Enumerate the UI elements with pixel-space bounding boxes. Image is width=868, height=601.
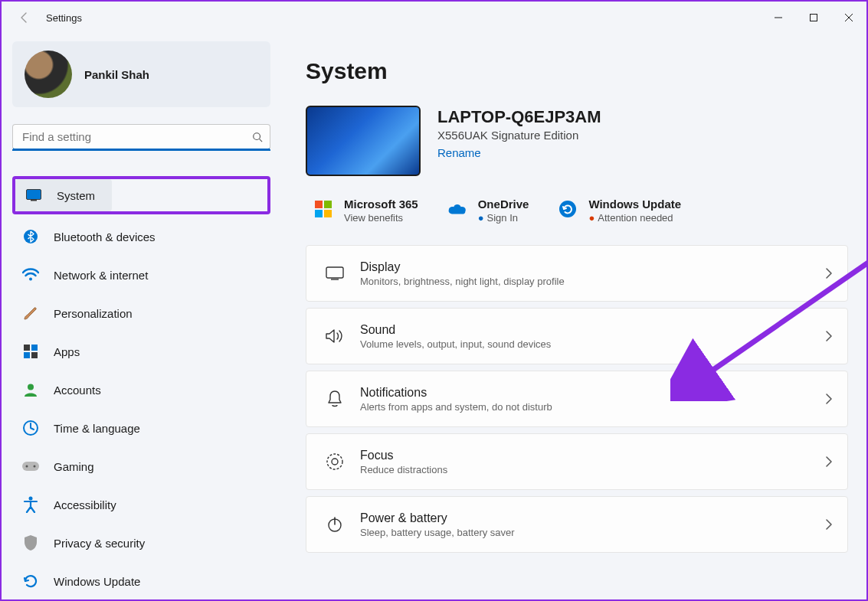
- card-notifications[interactable]: Notifications Alerts from apps and syste…: [306, 371, 848, 427]
- card-focus[interactable]: Focus Reduce distractions: [306, 433, 848, 490]
- card-title: Display: [360, 260, 825, 274]
- nav-item-personalization[interactable]: Personalization: [12, 297, 270, 329]
- card-display[interactable]: Display Monitors, brightness, night ligh…: [306, 245, 848, 302]
- nav-item-windows-update[interactable]: Windows Update: [12, 565, 270, 597]
- update-icon: [21, 572, 40, 590]
- content-area: System LAPTOP-Q6EJP3AM X556UAK Signature…: [281, 34, 866, 599]
- nav-item-bluetooth[interactable]: Bluetooth & devices: [12, 220, 270, 253]
- svg-point-4: [254, 133, 260, 140]
- card-sub: Volume levels, output, input, sound devi…: [360, 338, 825, 350]
- device-thumbnail[interactable]: [306, 106, 421, 176]
- status-title: Windows Update: [588, 198, 681, 211]
- bluetooth-icon: [21, 227, 40, 246]
- profile-name: Pankil Shah: [84, 68, 149, 81]
- search-input[interactable]: [12, 124, 270, 150]
- svg-rect-10: [24, 345, 30, 351]
- system-icon: [25, 186, 43, 204]
- device-row: LAPTOP-Q6EJP3AM X556UAK Signature Editio…: [306, 106, 848, 176]
- svg-point-19: [29, 497, 33, 501]
- nav-item-accounts[interactable]: Accounts: [12, 374, 270, 406]
- back-button[interactable]: [17, 10, 32, 25]
- accessibility-icon: [21, 495, 40, 514]
- window-controls: [761, 2, 866, 34]
- status-onedrive[interactable]: OneDrive ●Sign In: [447, 198, 529, 224]
- chevron-right-icon: [825, 519, 832, 530]
- rename-link[interactable]: Rename: [437, 146, 481, 159]
- nav-item-privacy[interactable]: Privacy & security: [12, 527, 270, 559]
- card-title: Focus: [360, 449, 825, 462]
- card-sound[interactable]: Sound Volume levels, output, input, soun…: [306, 308, 848, 364]
- page-title: System: [306, 58, 848, 84]
- nav-label: Privacy & security: [54, 537, 145, 550]
- svg-rect-11: [31, 345, 38, 351]
- svg-point-20: [559, 201, 576, 217]
- chevron-right-icon: [825, 456, 832, 467]
- status-title: OneDrive: [478, 198, 529, 211]
- search-wrap: [12, 124, 270, 150]
- chevron-right-icon: [825, 331, 832, 341]
- nav-item-network[interactable]: Network & internet: [12, 259, 270, 291]
- svg-point-18: [34, 465, 36, 468]
- svg-rect-1: [811, 15, 817, 21]
- status-row: Microsoft 365 View benefits OneDrive ●Si…: [306, 198, 848, 224]
- status-ms365[interactable]: Microsoft 365 View benefits: [313, 198, 418, 224]
- settings-window: Settings Pankil Shah: [0, 0, 868, 601]
- maximize-button[interactable]: [796, 2, 831, 34]
- nav-label: Time & language: [54, 422, 140, 435]
- status-title: Microsoft 365: [344, 198, 418, 211]
- update-status-icon: [558, 199, 578, 219]
- titlebar: Settings: [2, 2, 866, 34]
- svg-rect-7: [31, 200, 37, 201]
- ms365-icon: [313, 199, 333, 219]
- svg-rect-12: [24, 352, 30, 358]
- shield-icon: [21, 534, 40, 552]
- annotation-highlight-system: System: [12, 176, 270, 214]
- focus-icon: [320, 452, 349, 471]
- card-power[interactable]: Power & battery Sleep, battery usage, ba…: [306, 496, 848, 553]
- nav-item-apps[interactable]: Apps: [12, 335, 270, 367]
- card-sub: Reduce distractions: [360, 464, 825, 475]
- nav-label: Apps: [54, 345, 80, 358]
- status-windows-update[interactable]: Windows Update ●Attention needed: [558, 198, 681, 224]
- person-icon: [21, 381, 40, 399]
- window-title: Settings: [46, 12, 82, 24]
- nav-label: System: [57, 189, 95, 202]
- avatar: [25, 51, 72, 98]
- gamepad-icon: [21, 457, 40, 475]
- card-sub: Sleep, battery usage, battery saver: [360, 527, 825, 538]
- status-sub: View benefits: [344, 212, 418, 224]
- nav-label: Windows Update: [54, 575, 140, 588]
- minimize-button[interactable]: [761, 2, 796, 34]
- svg-rect-13: [31, 352, 38, 358]
- sound-icon: [320, 328, 349, 345]
- svg-point-17: [26, 465, 28, 468]
- profile-card[interactable]: Pankil Shah: [12, 41, 270, 107]
- nav-item-system[interactable]: System: [15, 179, 112, 211]
- close-button[interactable]: [831, 2, 866, 34]
- bell-icon: [320, 390, 349, 408]
- card-sub: Alerts from apps and system, do not dist…: [360, 401, 825, 413]
- svg-rect-21: [326, 267, 343, 278]
- nav-label: Network & internet: [54, 269, 148, 282]
- card-title: Power & battery: [360, 511, 825, 525]
- svg-point-23: [327, 454, 342, 469]
- chevron-right-icon: [825, 394, 832, 404]
- nav-item-accessibility[interactable]: Accessibility: [12, 488, 270, 521]
- svg-point-24: [332, 459, 338, 465]
- svg-point-9: [29, 278, 32, 281]
- card-sub: Monitors, brightness, night light, displ…: [360, 276, 825, 287]
- nav-item-gaming[interactable]: Gaming: [12, 450, 270, 482]
- nav-list: System Bluetooth & devices Network & int…: [12, 176, 281, 599]
- card-title: Notifications: [360, 386, 825, 400]
- cloud-icon: [447, 199, 467, 219]
- clock-globe-icon: [21, 419, 40, 437]
- power-icon: [320, 516, 349, 533]
- settings-cards: Display Monitors, brightness, night ligh…: [306, 245, 848, 560]
- brush-icon: [21, 304, 40, 322]
- card-title: Sound: [360, 323, 825, 337]
- nav-label: Bluetooth & devices: [54, 230, 156, 243]
- nav-item-time-language[interactable]: Time & language: [12, 412, 270, 444]
- wifi-icon: [21, 266, 40, 284]
- svg-rect-6: [27, 190, 41, 200]
- chevron-right-icon: [825, 268, 832, 279]
